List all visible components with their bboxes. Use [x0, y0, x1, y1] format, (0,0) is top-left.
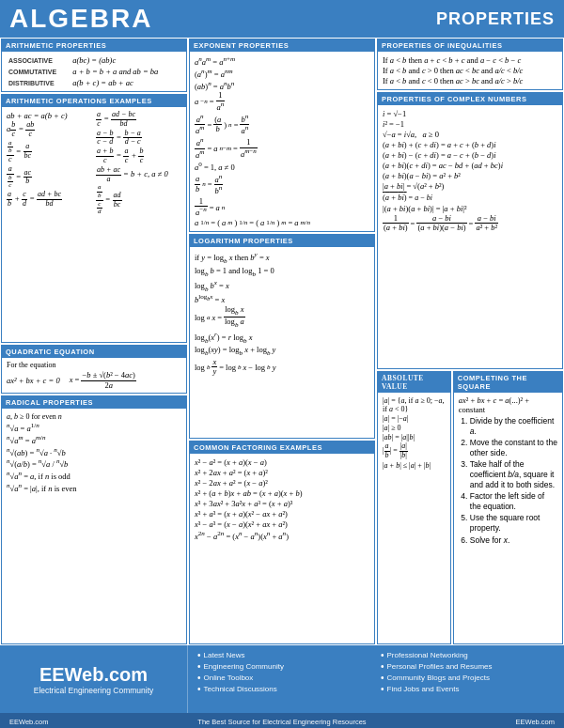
link-label: Community Blogs and Projects	[387, 674, 490, 682]
footer-brand-name: EEWeb.com	[39, 664, 148, 686]
arith-op-r3: a + bc = ac + bc	[96, 147, 181, 165]
footer-link-toolbox[interactable]: •Online Toolbox	[197, 674, 371, 683]
step-2: Move the constant to the other side.	[470, 438, 557, 458]
ineq-2: If a < b and c > 0 then ac < bc and a/c …	[383, 66, 557, 75]
footer-links-col2: •Professional Networking •Personal Profi…	[381, 651, 555, 707]
factor-5: x³ + 3ax² + 3a²x + a³ = (x + a)³	[195, 499, 369, 508]
middle-column: EXPONENT PROPERTIES anam = an+m (an)m = …	[188, 38, 376, 645]
link-label: Engineering Community	[204, 662, 284, 671]
link-label: Personal Profiles and Resumes	[387, 662, 493, 671]
bullet-icon: •	[381, 685, 384, 694]
header-title: ALGEBRA	[9, 4, 152, 34]
quadratic-formula: x = −b ± √(b² − 4ac)2a	[70, 371, 136, 390]
complex-9: (a + bi)	[383, 193, 407, 202]
footer-bottom-center: The Best Source for Electrical Engineeri…	[197, 718, 366, 726]
completing-square-title: COMPLETING THE SQUARE	[454, 372, 562, 393]
bullet-icon: •	[197, 674, 201, 683]
link-label: Online Toolbox	[204, 674, 254, 682]
associative-label: ASSOCIATIVE	[7, 54, 70, 66]
factor-6: x³ + a³ = (x + a)(x² − ax + a²)	[195, 509, 369, 519]
factoring-title: COMMON FACTORING EXAMPLES	[190, 441, 374, 454]
bullet-icon: •	[197, 651, 201, 660]
inequalities-body: If a < b then a + c < b + c and a − c < …	[378, 52, 562, 89]
distributive-label: DISTRIBUTIVE	[7, 77, 70, 88]
footer-link-latest-news[interactable]: •Latest News	[197, 651, 371, 660]
footer-link-discussions[interactable]: •Technical Discussions	[197, 685, 371, 694]
absolute-body: |a| = {a, if a ≥ 0; −a, if a < 0} |a| = …	[378, 393, 450, 473]
footer-links: •Latest News •Engineering Community •Onl…	[188, 645, 564, 713]
completing-formula: ax² + bx + c = a(...)² + constant	[459, 395, 557, 414]
factor-8: x2n − a2n = (xn − an)(xn + an)	[195, 530, 369, 541]
step-3: Take half of the coefficient b/a, square…	[470, 459, 557, 490]
quadratic-title: QUADRATIC EQUATION	[2, 346, 186, 358]
distributive-formula: a(b + c) = ab + ac	[70, 77, 181, 88]
arithmetic-ops-section: ARITHMETIC OPERATIONS EXAMPLES ab + ac =…	[1, 94, 187, 343]
exponent-body: anam = an+m (an)m = anm (ab)n = anbn a−n…	[190, 52, 374, 231]
logarithm-title: LOGARITHM PROPERTIES	[190, 235, 374, 247]
ineq-1: If a < b then a + c < b + c and a − c < …	[383, 55, 557, 65]
inequalities-section: PROPERTIES OF INEQUALITIES If a < b then…	[377, 39, 563, 90]
factoring-body: x² − a² = (x + a)(x − a) x² + 2ax + a² =…	[190, 454, 374, 545]
radical-section: RADICAL PROPERTIES a, b ≥ 0 for even n n…	[1, 395, 187, 644]
arith-op-r5: abcd = adbc	[96, 184, 181, 216]
right-column: PROPERTIES OF INEQUALITIES If a < b then…	[376, 38, 564, 645]
bullet-icon: •	[381, 651, 384, 660]
footer-link-blogs[interactable]: •Community Blogs and Projects	[381, 674, 555, 683]
abs-2: |a| = |−a|	[383, 414, 446, 423]
link-label: Professional Networking	[387, 651, 468, 659]
complex-11: 1(a + bi) = a − bi(a + bi)(a − bi) = a −…	[383, 214, 557, 233]
footer-bottom-left: EEWeb.com	[9, 718, 49, 726]
bullet-icon: •	[381, 662, 384, 672]
arith-op-r4: ab + aca = b + c, a ≠ 0	[96, 166, 181, 184]
abs-4: |ab| = |a||b|	[383, 433, 446, 441]
factor-1: x² − a² = (x + a)(x − a)	[195, 457, 369, 467]
commutative-formula: a + b = b + a and ab = ba	[70, 66, 181, 77]
commutative-label: COMMUTATIVE	[7, 66, 70, 77]
link-label: Latest News	[204, 651, 245, 659]
factoring-section: COMMON FACTORING EXAMPLES x² − a² = (x +…	[189, 441, 375, 644]
ineq-3: If a < b and c < 0 then ac > bc and a/c …	[383, 76, 557, 85]
factor-7: x³ − a³ = (x − a)(x² + ax + a²)	[195, 519, 369, 529]
abs-1: |a| = {a, if a ≥ 0; −a, if a < 0}	[383, 396, 446, 413]
complex-5: (a + bi) − (c + di) = a − c + (b − d)i	[383, 150, 557, 160]
arith-op-5: ab + cd = ad + bcbd	[7, 191, 92, 209]
completing-steps: Divide by the coefficient a. Move the co…	[459, 416, 557, 546]
footer-top: EEWeb.com Electrical Engineering Communi…	[0, 645, 564, 713]
header-subtitle: PROPERTIES	[436, 9, 555, 29]
arithmetic-ops-title: ARITHMETIC OPERATIONS EXAMPLES	[2, 95, 186, 107]
arith-op-3: abc = abc	[7, 140, 92, 164]
bullet-icon: •	[197, 662, 201, 672]
complex-7: (a + bi)(a − bi) = a² + b²	[383, 171, 557, 180]
associative-formula: a(bc) = (ab)c	[70, 54, 181, 66]
quadratic-section: QUADRATIC EQUATION For the equation ax² …	[1, 345, 187, 394]
footer-link-profiles[interactable]: •Personal Profiles and Resumes	[381, 662, 555, 672]
arith-ops-left: ab + ac = a(b + c) abc = abc abc = abc a…	[7, 110, 92, 217]
arith-op-2: abc = abc	[7, 121, 92, 139]
exponent-title: EXPONENT PROPERTIES	[190, 39, 374, 52]
footer-link-networking[interactable]: •Professional Networking	[381, 651, 555, 660]
complex-1: i = √−1	[383, 109, 557, 118]
link-label: Find Jobs and Events	[387, 685, 460, 693]
absolute-title: ABSOLUTE VALUE	[378, 372, 450, 393]
step-4: Factor the left side of the equation.	[470, 491, 557, 512]
radical-body: a, b ≥ 0 for even n n√a = a1/n n√am = am…	[2, 409, 186, 497]
footer-link-jobs[interactable]: •Find Jobs and Events	[381, 685, 555, 694]
arithmetic-ops-body: ab + ac = a(b + c) abc = abc abc = abc a…	[2, 107, 186, 220]
step-1: Divide by the coefficient a.	[470, 416, 557, 437]
bullet-icon: •	[381, 674, 384, 683]
abs-5: |ab| = |a||b|	[383, 442, 446, 460]
page-header: ALGEBRA PROPERTIES	[0, 0, 564, 38]
footer-bottom: EEWeb.com The Best Source for Electrical…	[0, 713, 564, 728]
complex-2: i² = −1	[383, 119, 557, 129]
logarithm-section: LOGARITHM PROPERTIES if y = logb x then …	[189, 234, 375, 438]
logarithm-body: if y = logb x then by = x logb b = 1 and…	[190, 247, 374, 379]
footer-tagline: Electrical Engineering Community	[34, 686, 154, 695]
bullet-icon: •	[197, 685, 201, 694]
footer-links-col1: •Latest News •Engineering Community •Onl…	[197, 651, 371, 707]
arithmetic-properties-title: ARITHMETIC PROPERTIES	[2, 39, 186, 52]
footer-link-eng-community[interactable]: •Engineering Community	[197, 662, 371, 672]
content-rows: ARITHMETIC PROPERTIES ASSOCIATIVE a(bc) …	[0, 38, 564, 645]
arith-ops-right: ac = ad − bcbd a − bc − d = b − ad − c a…	[96, 110, 181, 217]
quadratic-desc: For the equation	[7, 361, 181, 369]
complex-8: |a + bi| = √(a² + b²)	[383, 181, 557, 191]
